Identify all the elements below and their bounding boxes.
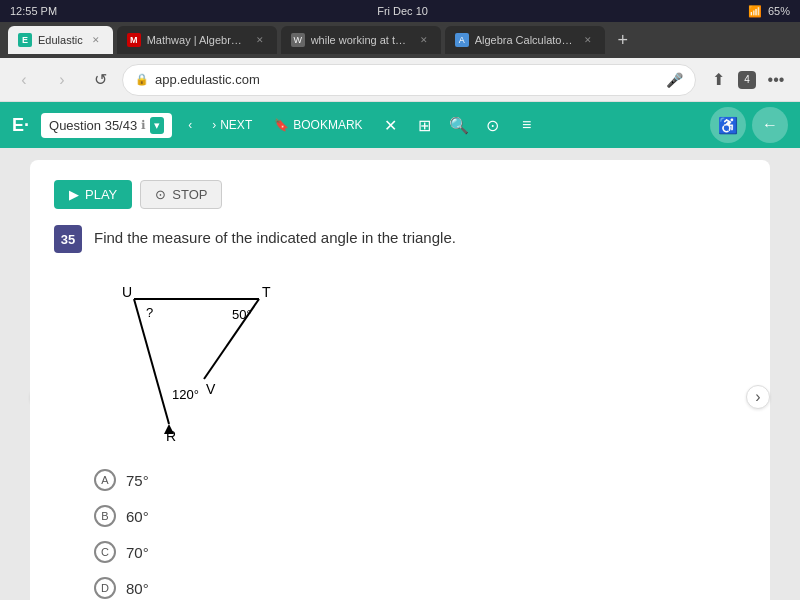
new-tab-button[interactable]: + (609, 26, 637, 54)
zoom-tool-button[interactable]: 🔍 (443, 109, 475, 141)
tab-label-mathway: Mathway | Algebra Prob... (147, 34, 247, 46)
vertex-t-label: T (262, 284, 271, 300)
play-button[interactable]: ▶ PLAY (54, 180, 132, 209)
circle-tool-button[interactable]: ⊙ (477, 109, 509, 141)
tab-label-working: while working at the dr... (311, 34, 411, 46)
prev-arrow-icon: ‹ (188, 118, 192, 132)
play-label: PLAY (85, 187, 117, 202)
question-number-badge: 35 (54, 225, 82, 253)
zoom-icon: 🔍 (449, 116, 469, 135)
question-card: ▶ PLAY ⊙ STOP 35 Find the measure of the… (30, 160, 770, 600)
address-bar[interactable]: 🔒 app.edulastic.com 🎤 (122, 64, 696, 96)
tab-favicon-mathway: M (127, 33, 141, 47)
angle-question-label: ? (146, 305, 153, 320)
triangle-svg: U T V R ? 50° 120° (94, 269, 294, 449)
menu-tool-button[interactable]: ≡ (511, 109, 543, 141)
question-row: 35 Find the measure of the indicated ang… (54, 225, 746, 253)
play-icon: ▶ (69, 187, 79, 202)
question-text: Find the measure of the indicated angle … (94, 229, 456, 246)
option-b[interactable]: B 60° (94, 505, 746, 527)
tab-close-algebra[interactable]: ✕ (581, 33, 595, 47)
answers-area: A 75° B 60° C 70° D 80° (94, 469, 746, 599)
content-area: ‹ ▶ PLAY ⊙ STOP 35 Find the measure of t… (0, 148, 800, 600)
vertex-u-label: U (122, 284, 132, 300)
forward-icon: › (59, 71, 64, 89)
time-display: 12:55 PM (10, 5, 57, 17)
option-a[interactable]: A 75° (94, 469, 746, 491)
tab-mathway[interactable]: M Mathway | Algebra Prob... ✕ (117, 26, 277, 54)
lock-icon: 🔒 (135, 73, 149, 86)
edulastic-toolbar: E· Question 35/43 ℹ ▾ ‹ › NEXT 🔖 BOOKMAR… (0, 102, 800, 148)
grid-tool-button[interactable]: ⊞ (409, 109, 441, 141)
option-d-text: 80° (126, 580, 149, 597)
radio-d[interactable]: D (94, 577, 116, 599)
tab-label-edulastic: Edulastic (38, 34, 83, 46)
url-text: app.edulastic.com (155, 72, 660, 87)
question-info-icon: ℹ (141, 118, 146, 132)
next-arrow-icon: › (212, 118, 216, 132)
share-icon: ⬆ (712, 70, 725, 89)
microphone-icon: 🎤 (666, 72, 683, 88)
battery-icon: 65% (768, 5, 790, 17)
tab-favicon-algebra: A (455, 33, 469, 47)
tab-close-working[interactable]: ✕ (417, 33, 431, 47)
reload-button[interactable]: ↺ (84, 64, 116, 96)
accessibility-icon: ♿ (718, 116, 738, 135)
tab-working[interactable]: W while working at the dr... ✕ (281, 26, 441, 54)
vertex-r-label: R (166, 428, 176, 444)
bookmark-button[interactable]: 🔖 BOOKMARK (264, 109, 372, 141)
close-tool-icon: ✕ (384, 116, 397, 135)
tab-close-edulastic[interactable]: ✕ (89, 33, 103, 47)
option-d[interactable]: D 80° (94, 577, 746, 599)
more-button[interactable]: ••• (760, 64, 792, 96)
option-c[interactable]: C 70° (94, 541, 746, 563)
forward-button[interactable]: › (46, 64, 78, 96)
menu-icon: ≡ (522, 116, 531, 134)
tab-edulastic[interactable]: E Edulastic ✕ (8, 26, 113, 54)
back-button[interactable]: ‹ (8, 64, 40, 96)
back-icon: ‹ (21, 71, 26, 89)
radio-c[interactable]: C (94, 541, 116, 563)
option-a-text: 75° (126, 472, 149, 489)
wifi-icon: 📶 (748, 5, 762, 18)
profile-button[interactable]: ← (752, 107, 788, 143)
profile-icon: ← (762, 116, 778, 134)
next-question-button[interactable]: › NEXT (202, 109, 262, 141)
question-counter[interactable]: Question 35/43 ℹ ▾ (41, 113, 172, 138)
option-b-text: 60° (126, 508, 149, 525)
option-c-text: 70° (126, 544, 149, 561)
next-label: NEXT (220, 118, 252, 132)
bookmark-label: BOOKMARK (293, 118, 362, 132)
question-counter-chevron[interactable]: ▾ (150, 117, 164, 134)
tab-algebra[interactable]: A Algebra Calculator - Ma... ✕ (445, 26, 605, 54)
play-controls: ▶ PLAY ⊙ STOP (54, 180, 746, 209)
reload-icon: ↺ (94, 70, 107, 89)
question-counter-label: Question 35/43 (49, 118, 137, 133)
tab-favicon-edulastic: E (18, 33, 32, 47)
right-arrow-icon: › (755, 388, 760, 406)
share-button[interactable]: ⬆ (702, 64, 734, 96)
triangle-diagram: U T V R ? 50° 120° (94, 269, 746, 453)
bookmark-icon: 🔖 (274, 118, 289, 132)
tab-close-mathway[interactable]: ✕ (253, 33, 267, 47)
accessibility-button[interactable]: ♿ (710, 107, 746, 143)
stop-label: STOP (172, 187, 207, 202)
edu-logo: E· (12, 115, 29, 136)
radio-b[interactable]: B (94, 505, 116, 527)
prev-question-button[interactable]: ‹ (180, 109, 200, 141)
stop-button[interactable]: ⊙ STOP (140, 180, 222, 209)
next-page-arrow[interactable]: › (746, 385, 770, 409)
tab-label-algebra: Algebra Calculator - Ma... (475, 34, 575, 46)
date-display: Fri Dec 10 (377, 5, 428, 17)
angle-50-label: 50° (232, 307, 252, 322)
close-tool-button[interactable]: ✕ (375, 109, 407, 141)
vertex-v-label: V (206, 381, 216, 397)
tab-favicon-working: W (291, 33, 305, 47)
circle-icon: ⊙ (486, 116, 499, 135)
more-icon: ••• (768, 71, 785, 89)
grid-icon: ⊞ (418, 116, 431, 135)
stop-icon: ⊙ (155, 187, 166, 202)
tab-count-badge[interactable]: 4 (738, 71, 756, 89)
radio-a[interactable]: A (94, 469, 116, 491)
angle-120-label: 120° (172, 387, 199, 402)
